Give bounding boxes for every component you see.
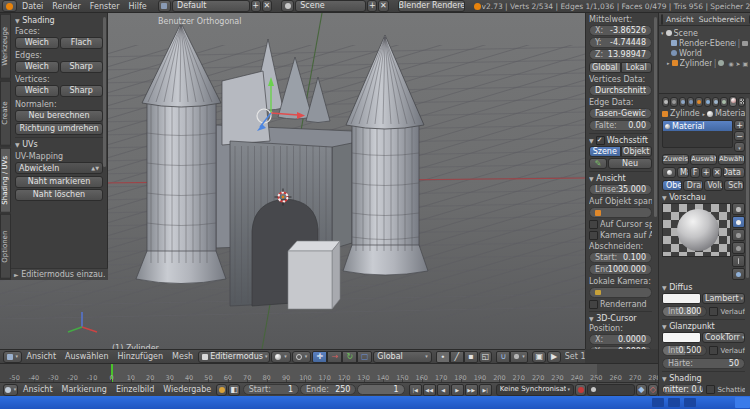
tab-constraints-icon[interactable] [704,97,711,107]
select-mode-vertex-button[interactable]: ∙ [436,351,450,363]
crease-field[interactable]: Falte:0.00 [589,120,652,131]
timeline-menu-markierung[interactable]: Markierung [58,385,111,394]
toolshelf-scrollbar[interactable] [103,17,106,167]
keying-set-field[interactable] [587,384,635,396]
os-taskbar[interactable] [0,396,750,409]
outliner-menu-suchbereich[interactable]: Suchbereich [697,15,747,24]
insert-keyframe-button[interactable]: ◆ [636,384,646,396]
flip-direction-button[interactable]: Richtung umdrehen [15,123,103,135]
tab-render-icon[interactable] [662,97,669,107]
tab-material-icon[interactable] [729,96,737,107]
menu-mesh[interactable]: Mesh [168,352,197,361]
layout-delete-button[interactable]: ✕ [262,0,272,12]
editor-type-button[interactable]: ▾ [3,351,22,363]
playback-button[interactable]: ◀◀ [423,384,436,396]
taskbar-item[interactable] [668,398,680,407]
breadcrumb-object[interactable]: Zylinder [670,109,700,118]
restrict-view-icon[interactable]: ◉ [728,60,733,67]
diffuse-color-swatch[interactable] [662,293,701,304]
app-menu-button[interactable] [2,0,17,12]
hardness-field[interactable]: Härte:50 [662,358,745,369]
expand-icon[interactable]: ▾ [661,30,664,36]
menu-hilfe[interactable]: Hilfe [125,2,151,11]
lens-field[interactable]: Linse:35.000 [589,184,652,195]
use-preview-range-button[interactable] [216,384,227,396]
view-panel-header[interactable]: ▼ Ansicht [589,174,652,183]
screen-layout-icon[interactable] [158,0,171,12]
editor-type-button[interactable]: ▾ [3,384,18,396]
shadeless-checkbox[interactable] [706,385,715,394]
median-x-field[interactable]: X:-3.86526 [589,25,652,36]
tab-modifiers-icon[interactable] [712,97,719,107]
slot-remove-button[interactable]: − [734,131,745,141]
preview-sphere-button[interactable] [732,216,745,228]
render-opengl-button[interactable]: ▣ [532,351,546,363]
menu-datei[interactable]: Datei [18,2,47,11]
tab-world-icon[interactable] [687,97,694,107]
deselect-button[interactable]: Abwählen [718,154,745,165]
select-mode-edge-button[interactable]: ╱ [450,351,464,363]
cursor-y-field[interactable]: Y:0.0000 [589,346,652,349]
outliner-row-render-layers[interactable]: Render-Ebenen | [661,38,748,48]
scene-add-button[interactable]: + [367,0,377,12]
timeline-ruler[interactable]: -50-40-30-20-100102030405060708090100110… [0,363,658,383]
taskbar-item[interactable] [684,398,696,407]
lock-cursor-checkbox[interactable] [589,220,598,229]
material-type-tab[interactable]: Drahtgitte [683,180,703,191]
tab-scene-icon[interactable] [670,97,677,107]
toolshelf-tab[interactable]: Optionen [0,214,11,279]
manipulator-toggle-button[interactable]: ✛ [312,351,327,363]
outliner-row-object[interactable]: ▸ Zylinder | ◉ ➤ ▣ [661,58,748,68]
grease-pencil-checkbox[interactable] [596,136,605,145]
unwrap-menu-button[interactable]: Abwickeln▲▼ [15,162,103,174]
current-frame-field[interactable]: 1 [357,384,404,395]
manipulator-scale-button[interactable]: ▢ [357,351,372,363]
outliner-menu-ansicht[interactable]: Ansicht [664,15,696,24]
camera-to-view-checkbox[interactable] [589,231,598,240]
toolshelf-tab[interactable]: Werkzeuge [0,14,11,79]
emit-field[interactable]: Emitter: 0.00 [662,384,704,395]
viewport-shading-select[interactable]: ▾ [271,351,291,363]
manipulator-translate-button[interactable]: → [327,351,342,363]
grease-pencil-panel-header[interactable]: ▼Wachsstift [589,136,652,145]
restrict-select-icon[interactable]: ➤ [736,60,741,67]
scene-delete-button[interactable]: ✕ [378,0,388,12]
mode-select[interactable]: Editiermodus▾ [198,351,270,363]
npanel-scrollbar[interactable] [654,17,657,217]
taskbar-item[interactable] [652,398,664,407]
material-add-button[interactable]: + [701,167,711,178]
specular-panel-header[interactable]: ▼ Glanzpunkt [662,322,745,331]
preview-hair-button[interactable] [732,255,745,267]
outliner-row-world[interactable]: World [661,48,748,58]
clear-seam-button[interactable]: Naht löschen [15,189,103,201]
gp-new-button[interactable]: Neu [608,158,652,169]
render-engine-select[interactable]: Blender Renderer [398,0,465,12]
data-menu-button[interactable]: Data▾ [723,167,745,178]
snap-magnet-button[interactable]: ∪ [496,351,510,363]
tab-render-layers-icon[interactable] [679,97,686,107]
preview-sky-button[interactable] [732,268,745,280]
median-z-field[interactable]: Z:13.98947 [589,49,652,60]
gp-objekt-toggle[interactable]: Objekt [621,146,653,157]
screen-layout-select[interactable]: Default [172,0,250,12]
layout-add-button[interactable]: + [251,0,261,12]
material-type-tab[interactable]: Volumen [704,180,724,191]
editor-type-button[interactable] [661,14,663,25]
bevel-weight-field[interactable]: Fasen-Gewichtungen 0. [589,108,652,119]
shading-panel-header[interactable]: ▼ Shading [662,374,745,383]
specular-ramp-checkbox[interactable] [709,346,718,355]
render-border-checkbox[interactable] [589,300,598,309]
preview-monkey-button[interactable] [732,242,745,254]
pivot-select[interactable]: ▾ [292,351,312,363]
menu-render[interactable]: Render [48,2,84,11]
median-y-field[interactable]: Y:-4.74448 [589,37,652,48]
specular-intensity-slider[interactable]: Intensit:0.500 [662,345,707,356]
delete-keyframe-button[interactable]: ◇ [648,384,658,396]
timeline-menu-wiedergabe[interactable]: Wiedergabe [159,385,215,394]
slot-add-button[interactable]: + [734,120,745,130]
playback-button[interactable]: ▶ [451,384,464,396]
frame-end-field[interactable]: Ende:250 [300,384,356,395]
mean-bevel-field[interactable]: Durchschnitts-Fasenge [589,85,652,96]
menu-ansicht[interactable]: Ansicht [23,352,61,361]
preview-cube-button[interactable] [732,229,745,241]
